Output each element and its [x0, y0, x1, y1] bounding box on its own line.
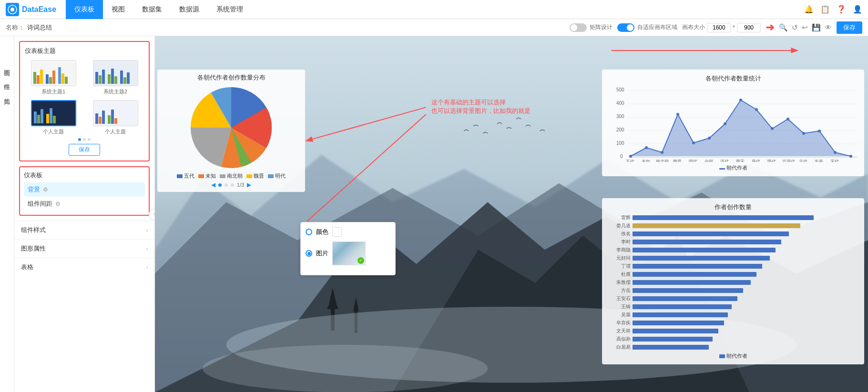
component-style-label: 组件样式 [21, 226, 46, 234]
pie-legend: 五代 未知 南北朝 魏晋 明代 [161, 172, 301, 180]
image-preview: ✓ [332, 241, 366, 265]
canvas-width-input[interactable] [707, 23, 731, 32]
hbar-bar [633, 264, 762, 269]
hbar-row: 方岳 [607, 287, 859, 294]
component-style-expand[interactable]: 组件样式 › [14, 221, 154, 239]
theme-item-2[interactable]: 系统主题2 [87, 60, 144, 95]
hbar-legend-item: 朝代作者 [719, 352, 747, 360]
legend-weijin: 魏晋 [246, 172, 264, 180]
graphic-props-label: 图形属性 [21, 244, 46, 253]
table-expand[interactable]: 表格 › [14, 258, 154, 276]
theme-dot-2[interactable] [83, 138, 86, 141]
color-radio[interactable] [306, 229, 312, 235]
svg-text:100: 100 [616, 141, 624, 146]
svg-point-27 [645, 146, 648, 149]
hbar-row: 娄几道 [607, 222, 859, 229]
svg-point-37 [802, 132, 805, 135]
svg-point-31 [708, 137, 711, 140]
theme-item-1[interactable]: 系统主题1 [25, 60, 82, 95]
hbar-chart-title: 作者创作数量 [607, 203, 859, 211]
chevron-right-icon-3: › [146, 265, 148, 270]
spacing-label: 组件间距 [28, 200, 52, 208]
nav-dataset[interactable]: 数据集 [133, 0, 171, 19]
theme-label-4: 个人主题 [105, 128, 126, 135]
hbar-label: 丁谓 [607, 263, 631, 270]
main-layout: 视图 组件 其他 仪表板主题 [0, 36, 868, 392]
component-spacing-menu-item[interactable]: 组件间距 ⚙ [24, 197, 145, 211]
bell-icon[interactable]: 🔔 [804, 5, 814, 14]
svg-point-1 [10, 8, 14, 11]
svg-text:隋代: 隋代 [767, 159, 776, 162]
canvas-size-sep: * [733, 24, 735, 31]
hbar-row: 朱敦儒 [607, 279, 859, 286]
undo-icon[interactable]: ↩ [802, 23, 808, 32]
line-chart-legend: 朝代作者 [607, 164, 859, 171]
hbar-row: 杜甫 [607, 271, 859, 278]
image-radio[interactable] [306, 250, 312, 257]
pie-dot-3[interactable] [231, 183, 234, 187]
name-label: 名称： [6, 23, 24, 32]
legend-line-color [719, 168, 725, 170]
hbar-label: 娄几道 [607, 222, 631, 229]
auto-adapt-toggle[interactable] [617, 23, 634, 32]
image-option[interactable]: 图片 ✓ [306, 241, 390, 265]
matrix-design-toggle[interactable] [570, 23, 587, 32]
hbar-row: 文天祥 [607, 328, 859, 334]
hbar-row: 王安石 [607, 295, 859, 302]
hbar-bar [633, 231, 789, 236]
theme-item-3[interactable]: 个人主题 [25, 100, 82, 135]
hbar-row: 佚名 [607, 231, 859, 237]
legend-color-unknown [198, 174, 204, 178]
nav-sysadmin[interactable]: 系统管理 [208, 0, 252, 19]
hbar-bar [633, 288, 743, 293]
pie-nav-prev[interactable]: ◀ [211, 181, 215, 188]
color-option[interactable]: 颜色 [306, 227, 390, 237]
legend-wudai: 五代 [177, 172, 194, 180]
svg-text:宋代: 宋代 [830, 159, 839, 162]
theme-grid: 系统主题1 [25, 60, 144, 135]
theme-item-4[interactable]: 个人主题 [87, 100, 144, 135]
color-label: 颜色 [316, 228, 328, 236]
nav-view[interactable]: 视图 [103, 0, 133, 19]
pie-dot-2[interactable] [225, 183, 228, 187]
help-icon[interactable]: ❓ [837, 5, 846, 14]
hbar-label: 李商隐 [607, 247, 631, 253]
svg-text:未知: 未知 [642, 159, 650, 162]
nav-datasource[interactable]: 数据源 [171, 0, 208, 19]
graphic-props-expand[interactable]: 图形属性 › [14, 239, 154, 258]
pie-dot-1[interactable] [218, 183, 222, 187]
theme-dot-3[interactable] [88, 138, 91, 141]
svg-text:明代: 明代 [689, 159, 697, 162]
logo-icon [6, 3, 19, 16]
refresh-icon[interactable]: ↺ [792, 23, 798, 32]
hbar-row: 李商隐 [607, 247, 859, 253]
save-file-icon[interactable]: 💾 [812, 23, 821, 32]
hbar-label: 文天祥 [607, 328, 631, 334]
hbar-label: 王安石 [607, 295, 631, 302]
color-swatch[interactable] [332, 227, 342, 237]
theme-section: 仪表板主题 [19, 41, 150, 161]
background-menu-item[interactable]: 背景 ⚙ [24, 182, 145, 197]
svg-text:两宋: 两宋 [736, 159, 745, 162]
copy-icon[interactable]: 📋 [820, 5, 830, 14]
theme-pagination [25, 138, 144, 141]
user-icon[interactable]: 👤 [853, 5, 862, 14]
canvas-height-input[interactable] [737, 23, 761, 32]
theme-save-button[interactable]: 保存 [69, 144, 100, 156]
save-button[interactable]: 保存 [837, 21, 862, 34]
canvas-size-group: 画布大小 * [682, 23, 761, 32]
svg-text:0: 0 [620, 154, 623, 159]
zoom-icon[interactable]: 🔍 [779, 23, 788, 32]
pie-nav-next[interactable]: ▶ [247, 181, 251, 188]
legend-color-nanbeichao [220, 174, 225, 178]
nav-dashboard[interactable]: 仪表板 [66, 0, 103, 19]
pie-chart-title: 各朝代作者创作数量分布 [161, 73, 301, 82]
dashboard-name: 诗词总结 [27, 23, 52, 32]
svg-text:近现代: 近现代 [782, 159, 795, 162]
preview-icon[interactable]: 👁 [825, 23, 832, 31]
hbar-label: 方岳 [607, 287, 631, 294]
theme-dot-1[interactable] [78, 138, 81, 141]
matrix-design-toggle-group: 矩阵设计 [570, 23, 613, 32]
panel-nav-arrow[interactable]: › [149, 209, 155, 220]
svg-text:唐代: 唐代 [752, 159, 760, 162]
